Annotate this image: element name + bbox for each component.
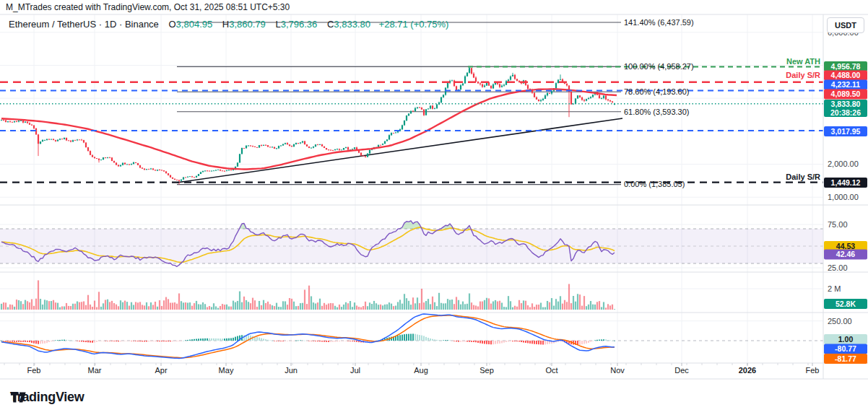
change-value: +28.71 (+0.75%)	[379, 19, 449, 30]
svg-text:Aug: Aug	[414, 366, 428, 375]
tradingview-logo[interactable]: TradingView	[10, 390, 84, 405]
svg-text:3,017.95: 3,017.95	[831, 127, 861, 136]
svg-text:78.60% (4,193.60): 78.60% (4,193.60)	[624, 87, 690, 96]
close-label: C	[327, 19, 334, 30]
pane-dividers	[0, 14, 868, 379]
currency-toggle-button[interactable]: USDT	[827, 17, 864, 33]
svg-text:1,000.00: 1,000.00	[828, 193, 859, 201]
fib-retracement	[177, 22, 621, 185]
svg-text:Daily S/R: Daily S/R	[786, 172, 820, 181]
svg-text:100.00% (4,958.27): 100.00% (4,958.27)	[624, 62, 694, 71]
svg-text:4,488.00: 4,488.00	[831, 71, 861, 79]
svg-text:-81.77: -81.77	[835, 354, 856, 363]
svg-text:4,089.50: 4,089.50	[831, 89, 861, 98]
svg-text:Feb: Feb	[806, 366, 820, 375]
svg-text:May: May	[219, 366, 234, 375]
attribution-text: M_MTrades created with TradingView.com, …	[6, 2, 290, 12]
svg-text:250.00: 250.00	[828, 317, 852, 326]
svg-text:0.00% (1,385.05): 0.00% (1,385.05)	[624, 180, 685, 188]
chart-canvas[interactable]: New ATHDaily S/RDaily S/R141.40% (6,437.…	[0, 0, 868, 415]
open-value: 3,804.95	[176, 19, 213, 30]
low-value: 3,796.36	[281, 19, 318, 30]
high-label: H	[222, 19, 229, 30]
tradingview-logo-icon	[10, 390, 27, 405]
svg-text:Nov: Nov	[610, 366, 625, 375]
svg-text:44.53: 44.53	[836, 242, 855, 250]
macd-pane	[1, 314, 615, 359]
svg-text:Daily S/R: Daily S/R	[786, 71, 820, 79]
svg-text:Apr: Apr	[155, 366, 167, 375]
svg-text:1.00: 1.00	[838, 335, 854, 344]
symbol-title[interactable]: Ethereum / TetherUS · 1D · Binance	[9, 19, 159, 30]
svg-text:New ATH: New ATH	[786, 57, 820, 66]
svg-text:20:38:26: 20:38:26	[830, 108, 861, 117]
svg-text:42.46: 42.46	[836, 250, 855, 258]
rsi-band	[0, 229, 823, 263]
svg-text:75.00: 75.00	[828, 220, 848, 229]
svg-text:2 M: 2 M	[828, 284, 841, 293]
symbol-legend: Ethereum / TetherUS · 1D · Binance O3,80…	[9, 19, 448, 30]
svg-text:141.40% (6,437.59): 141.40% (6,437.59)	[624, 18, 694, 27]
svg-text:-80.77: -80.77	[835, 344, 856, 353]
trend-line	[177, 118, 622, 183]
ma-line	[1, 89, 617, 169]
candlestick-series	[1, 66, 615, 184]
time-axis[interactable]: FebMarAprMayJunJulAugSepOctNovDec2026Feb	[0, 363, 823, 379]
svg-text:Feb: Feb	[27, 366, 41, 375]
svg-text:4,232.11: 4,232.11	[831, 80, 860, 89]
svg-text:Jun: Jun	[285, 366, 298, 375]
close-value: 3,833.80	[334, 19, 370, 30]
svg-text:1,449.12: 1,449.12	[831, 178, 861, 187]
svg-text:3,833.80: 3,833.80	[831, 100, 861, 108]
svg-text:2,000.00: 2,000.00	[828, 160, 859, 168]
svg-text:Mar: Mar	[88, 366, 102, 375]
svg-text:52.8K: 52.8K	[836, 300, 856, 308]
svg-text:Sep: Sep	[479, 366, 494, 375]
volume-pane	[1, 280, 615, 310]
svg-text:Oct: Oct	[545, 366, 557, 375]
svg-text:61.80% (3,593.30): 61.80% (3,593.30)	[624, 108, 690, 116]
open-label: O	[168, 19, 175, 30]
svg-text:4,956.78: 4,956.78	[831, 62, 861, 71]
svg-text:Jul: Jul	[350, 366, 360, 375]
svg-text:2026: 2026	[739, 366, 756, 375]
tradingview-snapshot: M_MTrades created with TradingView.com, …	[0, 0, 868, 415]
svg-text:Dec: Dec	[674, 366, 689, 375]
low-label: L	[275, 19, 280, 30]
high-value: 3,860.79	[229, 19, 266, 30]
svg-text:25.00: 25.00	[828, 263, 848, 272]
